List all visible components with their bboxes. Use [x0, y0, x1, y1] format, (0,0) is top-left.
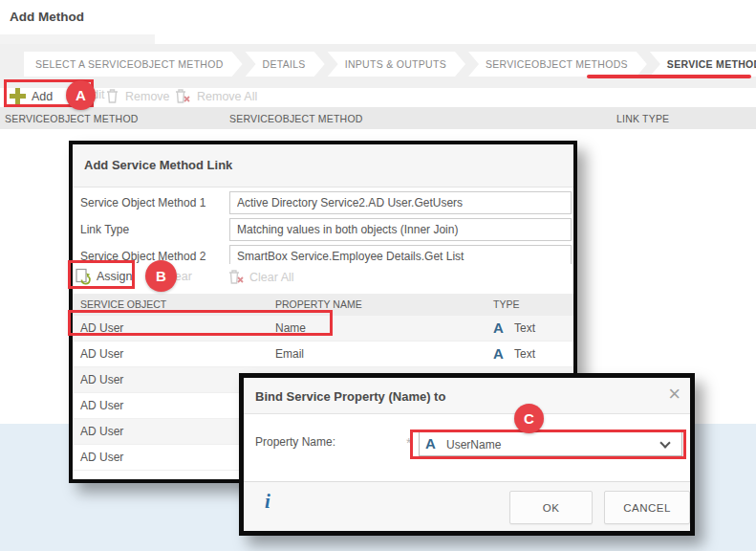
service-object-method-2-label: Service Object Method 2 — [80, 250, 205, 263]
column-serviceobject-method-2: SERVICEOBJECT METHOD — [229, 113, 363, 124]
remove-all-button[interactable]: Remove All — [175, 88, 257, 104]
required-marker: * — [406, 435, 411, 451]
remove-button[interactable]: Remove — [105, 88, 170, 104]
property-grid-header: SERVICE OBJECT PROPERTY NAME TYPE — [73, 294, 573, 316]
clear-button[interactable]: Clear — [163, 270, 192, 283]
page-title: Add Method — [10, 10, 84, 24]
assign-icon — [75, 268, 92, 285]
text-type-icon: A — [493, 345, 504, 362]
column-service-object: SERVICE OBJECT — [80, 298, 166, 310]
service-object-cell: AD User — [80, 373, 123, 386]
ok-button[interactable]: OK — [509, 491, 593, 524]
clear-all-button-label: Clear All — [249, 271, 294, 284]
breadcrumb-step-select-method[interactable]: SELECT A SERVICEOBJECT METHOD — [24, 52, 243, 77]
clear-all-button[interactable]: Clear All — [228, 269, 294, 285]
trash-x-icon — [228, 269, 245, 285]
property-row-email[interactable]: AD User Email A Text — [73, 342, 573, 367]
service-object-cell: AD User — [80, 347, 123, 361]
remove-all-button-label: Remove All — [197, 90, 257, 103]
text-type-icon: A — [493, 320, 504, 336]
type-cell: Text — [514, 321, 535, 335]
assign-toolbar: Assign Clear Clear All — [73, 264, 573, 294]
dialog-footer: i OK CANCEL — [244, 481, 690, 531]
property-row-name[interactable]: AD User Name A Text — [73, 316, 573, 342]
active-step-underline — [587, 75, 751, 78]
column-property-name: PROPERTY NAME — [275, 298, 362, 310]
property-name-dropdown[interactable]: A UserName — [419, 431, 682, 456]
property-name-label: Property Name: — [255, 435, 335, 449]
service-object-cell: AD User — [80, 399, 123, 412]
trash-icon — [105, 88, 119, 104]
property-name-cell: Email — [275, 347, 304, 361]
property-name-cell: Name — [275, 321, 306, 335]
edit-button[interactable]: Edit — [84, 88, 105, 101]
info-icon: i — [265, 490, 270, 514]
dialog-header: Bind Service Property (Name) to × — [244, 378, 690, 414]
link-grid-header: SERVICEOBJECT METHOD SERVICEOBJECT METHO… — [0, 107, 756, 129]
close-icon[interactable]: × — [668, 384, 680, 405]
service-object-method-1-label: Service Object Method 1 — [80, 196, 205, 209]
breadcrumb-step-inputs-outputs[interactable]: INPUTS & OUTPUTS — [328, 52, 465, 77]
service-object-cell: AD User — [80, 451, 123, 464]
chevron-down-icon — [659, 437, 670, 448]
link-type-input[interactable] — [229, 218, 572, 241]
service-object-cell: AD User — [80, 321, 123, 335]
add-method-wizard: Add Method SELECT A SERVICEOBJECT METHOD… — [0, 0, 756, 551]
edit-button-label: Edit — [84, 88, 105, 101]
service-object-cell: AD User — [80, 425, 123, 438]
column-link-type: LINK TYPE — [616, 113, 669, 124]
dropdown-selected-value: UserName — [446, 438, 501, 452]
cancel-button[interactable]: CANCEL — [604, 491, 690, 524]
dialog-header: Add Service Method Link — [73, 144, 573, 187]
link-type-label: Link Type — [80, 223, 129, 236]
main-toolbar: Add Edit Remove Remove All — [0, 88, 756, 107]
add-button[interactable]: Add — [10, 88, 53, 104]
breadcrumb-step-serviceobject-methods[interactable]: SERVICEOBJECT METHODS — [468, 52, 647, 77]
plus-icon — [10, 88, 26, 104]
title-underlay — [0, 34, 155, 44]
bind-service-property-dialog: Bind Service Property (Name) to × Proper… — [239, 373, 695, 536]
add-button-label: Add — [32, 90, 53, 103]
column-serviceobject-method-1: SERVICEOBJECT METHOD — [5, 113, 139, 124]
assign-button[interactable]: Assign — [75, 268, 133, 285]
service-object-method-1-input[interactable] — [229, 191, 572, 214]
clear-button-label: Clear — [163, 270, 192, 283]
breadcrumb-step-details[interactable]: DETAILS — [246, 52, 325, 77]
assign-button-label: Assign — [97, 270, 133, 283]
breadcrumb: SELECT A SERVICEOBJECT METHOD DETAILS IN… — [24, 52, 756, 77]
trash-x-icon — [175, 88, 191, 104]
breadcrumb-step-service-method-links[interactable]: SERVICE METHOD LINKS — [650, 52, 756, 77]
column-type: TYPE — [493, 298, 519, 310]
type-cell: Text — [514, 347, 535, 361]
dialog-title: Add Service Method Link — [84, 158, 232, 172]
dialog-title: Bind Service Property (Name) to — [255, 389, 445, 404]
text-type-icon: A — [425, 435, 436, 452]
remove-button-label: Remove — [125, 90, 170, 103]
